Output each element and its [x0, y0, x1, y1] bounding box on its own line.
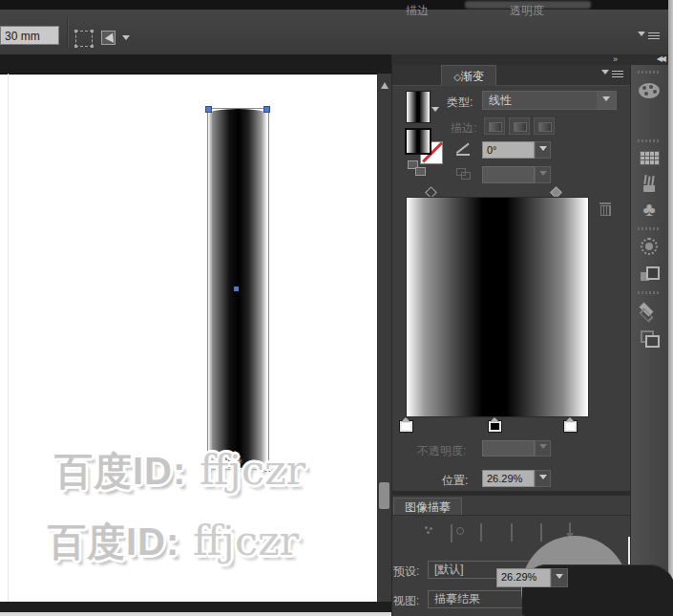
delete-stop-icon[interactable]	[599, 202, 611, 215]
dock-color-guide-button[interactable]	[632, 107, 666, 132]
grayscale-button[interactable]	[511, 524, 513, 542]
stop-color	[491, 423, 499, 430]
window-bottom-edge	[0, 612, 391, 616]
dock-expand-icon[interactable]: ◀◀	[630, 54, 668, 65]
view-label: 视图:	[393, 593, 419, 609]
chevron-down-icon	[539, 146, 547, 155]
opacity-field-disabled	[482, 440, 535, 457]
center-point-marker	[234, 287, 239, 291]
percent-popup-dropdown-button[interactable]	[551, 568, 568, 587]
trash-bin	[600, 205, 611, 216]
canvas-bottom-strip	[0, 602, 391, 612]
gradient-swatch-dropdown-arrow[interactable]	[431, 107, 439, 116]
angle-field[interactable]: 0°	[482, 141, 535, 159]
aspect-dropdown-button	[535, 166, 551, 183]
artboard-edge	[8, 74, 9, 602]
stop-color	[566, 423, 575, 430]
angle-icon	[456, 143, 470, 156]
scrollbar-thumb[interactable]	[379, 482, 389, 509]
brushes-icon	[641, 175, 658, 192]
color-guide-icon	[640, 110, 659, 129]
percent-popup-field[interactable]: 26.29%	[496, 568, 551, 587]
anchor-top-left[interactable]	[205, 106, 212, 113]
menu-lines-icon	[648, 32, 660, 40]
reverse-gradient-icon[interactable]	[408, 160, 427, 176]
tab-stroke[interactable]: 描边	[395, 0, 439, 21]
chevron-down-icon	[539, 475, 547, 483]
gradient-stop-left[interactable]	[399, 420, 413, 433]
watermark-en: ffjczr	[179, 517, 299, 564]
grayscale-icon	[511, 523, 513, 542]
dock-stroke-panel-button[interactable]	[632, 234, 666, 259]
watermark-cn: 百度ID:	[54, 450, 186, 492]
size-input[interactable]: 30 mm	[0, 26, 59, 45]
tab-image-trace[interactable]: 图像描摹	[393, 498, 462, 516]
palette-icon	[639, 83, 660, 98]
dock-layers-button[interactable]	[632, 298, 666, 323]
low-color-button[interactable]	[480, 524, 482, 542]
gradient-stop-right[interactable]	[563, 420, 578, 433]
dock-artboards-button[interactable]	[632, 326, 666, 350]
control-panel-menu-icon[interactable]	[638, 32, 660, 40]
watermark-line-2: 百度ID: ffjczr	[48, 516, 299, 568]
gradient-within-stroke-button[interactable]	[484, 117, 505, 135]
tab-transparency[interactable]: 透明度	[500, 0, 554, 21]
aspect-ratio-icon	[456, 168, 470, 180]
fill-gradient-swatch[interactable]	[405, 128, 431, 155]
position-dropdown-button[interactable]	[535, 470, 551, 487]
dock-drag-handle[interactable]	[638, 227, 661, 230]
dock-drag-handle[interactable]	[638, 71, 661, 74]
dock-swatches-button[interactable]	[632, 145, 666, 170]
swatches-icon	[641, 152, 659, 164]
dock-symbols-button[interactable]: ♣	[632, 197, 666, 222]
tab-gradient[interactable]: ◇渐变	[441, 65, 496, 86]
opacity-label: 不透明度:	[417, 443, 466, 459]
type-select-arrow	[597, 92, 616, 109]
dock-pathfinder-button[interactable]	[632, 262, 666, 287]
tab-diamond-icon: ◇	[453, 72, 461, 82]
preset-label: 预设:	[393, 563, 419, 580]
chevron-down-icon	[602, 96, 610, 105]
layers-icon	[640, 303, 659, 318]
black-white-icon	[540, 523, 542, 542]
stroke-glyph	[514, 122, 527, 132]
window-right-edge	[668, 0, 673, 616]
type-label: 类型:	[447, 95, 473, 111]
panel-collapse-left-icon[interactable]: »	[391, 54, 630, 65]
dashed-circle-icon	[641, 238, 658, 255]
gradient-across-stroke-button[interactable]	[534, 117, 555, 135]
high-color-button[interactable]	[451, 525, 452, 542]
chevron-down-icon	[539, 171, 547, 180]
trash-lid	[599, 202, 611, 204]
stroke-glyph	[489, 122, 502, 132]
artboards-icon	[641, 330, 658, 346]
dock-color-panel-button[interactable]	[632, 78, 666, 103]
watermark-line-1: 百度ID: ffjczr	[54, 445, 305, 498]
black-white-button[interactable]	[540, 524, 542, 542]
dock-drag-handle[interactable]	[638, 139, 661, 142]
bounding-box-icon[interactable]	[75, 31, 93, 47]
type-select[interactable]: 线性	[482, 91, 617, 110]
gradient-panel-menu-icon[interactable]	[601, 70, 623, 78]
gradient-swatch-thumbnail[interactable]	[406, 91, 431, 123]
anchor-top-right[interactable]	[263, 106, 270, 113]
angle-dropdown-button[interactable]	[535, 141, 551, 159]
dock-brushes-button[interactable]	[632, 171, 666, 196]
position-field[interactable]: 26.29%	[482, 470, 535, 487]
grid-icon	[480, 523, 482, 542]
camera-icon	[451, 524, 452, 542]
vertical-scrollbar[interactable]	[377, 74, 391, 602]
scrollbar-up-arrow[interactable]	[381, 78, 389, 89]
bbox-corner	[91, 45, 94, 48]
panel-tab-bar	[392, 65, 630, 86]
pathfinder-icon	[641, 266, 658, 282]
aspect-field-disabled	[482, 166, 535, 183]
bbox-corner	[74, 30, 77, 32]
gradient-along-stroke-button[interactable]	[509, 117, 530, 135]
select-similar-dropdown-arrow[interactable]	[122, 35, 130, 44]
gradient-stop-middle-selected[interactable]	[488, 420, 502, 433]
dock-drag-handle[interactable]	[638, 291, 661, 294]
type-value: 线性	[489, 94, 512, 107]
gradient-preview[interactable]	[406, 197, 589, 417]
reverse-glyph	[415, 167, 426, 176]
